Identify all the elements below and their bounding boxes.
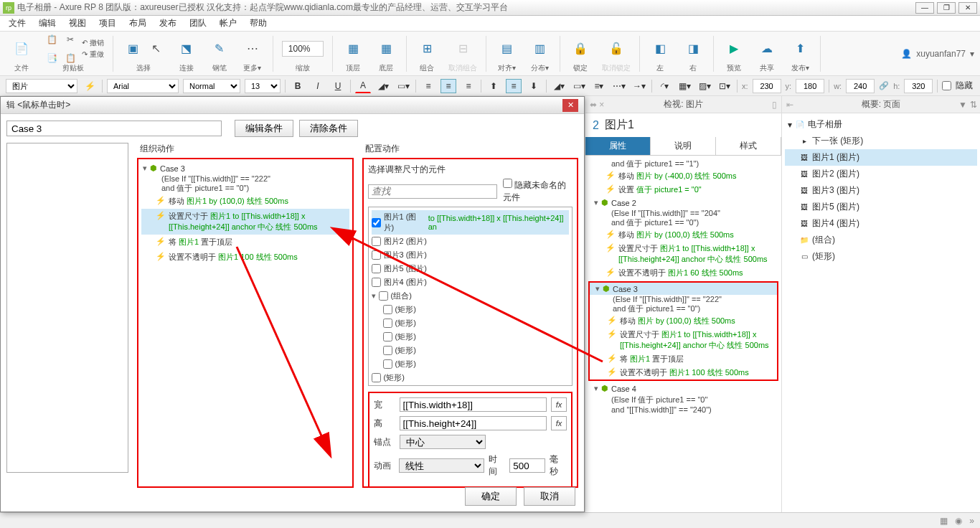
outline-item[interactable]: 🖼图片2 (图片): [785, 166, 977, 182]
element-list-item[interactable]: 图片1 (图片) to [[This.width+18]] x [[This.h…: [372, 210, 570, 235]
pointer-icon[interactable]: ↖: [148, 40, 165, 57]
tab-style[interactable]: 样式: [716, 137, 781, 155]
lock-icon[interactable]: 🔒: [569, 37, 592, 60]
element-list-item[interactable]: (矩形): [372, 316, 570, 330]
align-left-icon[interactable]: ◧: [649, 37, 672, 60]
line-style-button[interactable]: ⋯▾: [611, 79, 627, 93]
valign-top-button[interactable]: ⬆: [486, 79, 501, 93]
element-list-item[interactable]: (矩形): [372, 303, 570, 316]
ungroup-icon[interactable]: ⊟: [451, 37, 474, 60]
minimize-button[interactable]: —: [915, 2, 934, 14]
inspect-bolt[interactable]: ⚡将 图片1 置于顶层: [590, 352, 777, 366]
element-list-item[interactable]: (矩形): [372, 330, 570, 344]
action-item[interactable]: ⚡设置尺寸于 图片1 to [[This.width+18]] x [[This…: [141, 209, 349, 235]
line-width-button[interactable]: ≡▾: [591, 79, 607, 93]
width-fx-button[interactable]: fx: [551, 397, 567, 412]
case-name-input[interactable]: [6, 121, 222, 136]
align-icon[interactable]: ▤: [495, 37, 518, 60]
valign-middle-button[interactable]: ≡: [506, 79, 522, 93]
panel-menu-icon[interactable]: ▯: [772, 100, 777, 110]
send-back-icon[interactable]: ▦: [374, 37, 397, 60]
inspect-cond[interactable]: and 值于 picture1 == "0"): [588, 217, 778, 228]
inspect-bolt[interactable]: ⚡移动 图片 by (100,0) 线性 500ms: [590, 314, 777, 328]
w-input[interactable]: [846, 79, 875, 93]
search-input[interactable]: [368, 184, 497, 199]
edit-condition-button[interactable]: 编辑条件: [235, 120, 293, 137]
outline-item[interactable]: ▸下一张 (矩形): [785, 133, 977, 149]
inspect-bolt[interactable]: ⚡设置不透明于 图片1 60 线性 500ms: [588, 266, 778, 280]
inspect-bolt[interactable]: ⚡设置不透明于 图片1 100 线性 500ms: [590, 366, 777, 380]
hidden-checkbox[interactable]: [942, 81, 951, 90]
publish-icon[interactable]: ⬆: [788, 37, 811, 60]
action-item[interactable]: ⚡移动 图片1 by (100,0) 线性 500ms: [141, 194, 349, 209]
inspect-bolt[interactable]: ⚡设置尺寸于 图片1 to [[This.width+18]] x [[This…: [590, 328, 777, 352]
action-item[interactable]: ⚡设置不透明于 图片1 100 线性 500ms: [141, 250, 349, 265]
zoom-select[interactable]: 100%: [282, 41, 324, 57]
inspect-cond[interactable]: (Else If "[[This.width]]" == "222": [590, 295, 777, 303]
share-icon[interactable]: ☁: [755, 37, 778, 60]
valign-bottom-button[interactable]: ⬇: [526, 79, 542, 93]
distribute-icon[interactable]: ▥: [528, 37, 551, 60]
fill-button[interactable]: ◢▾: [551, 79, 567, 93]
inspect-cond[interactable]: and 值于 picture1 == "0"): [590, 303, 777, 314]
outline-item[interactable]: 🖼图片1 (图片): [785, 149, 977, 166]
element-list-item[interactable]: ▾ (组合): [372, 289, 570, 303]
anim-select[interactable]: 线性: [399, 458, 484, 473]
underline-button[interactable]: U: [330, 79, 346, 93]
hide-unnamed-checkbox[interactable]: [503, 179, 512, 188]
h-input[interactable]: [904, 79, 933, 93]
menu-帮助[interactable]: 帮助: [244, 16, 273, 31]
group-icon[interactable]: ⊞: [415, 37, 438, 60]
maximize-button[interactable]: ❐: [937, 2, 956, 14]
dialog-close-button[interactable]: ✕: [562, 99, 578, 112]
copy-icon[interactable]: 📑: [43, 50, 60, 67]
shadow-in-button[interactable]: ▨▾: [697, 79, 712, 93]
element-list-item[interactable]: 图片4 (图片): [372, 275, 570, 289]
inspect-cond[interactable]: and "[[This.width]]" == "240"): [588, 405, 778, 414]
element-list-item[interactable]: 图片3 (图片): [372, 248, 570, 262]
widget-type-select[interactable]: 图片: [6, 79, 77, 93]
select-icon[interactable]: ▣: [122, 37, 145, 60]
close-button[interactable]: ✕: [958, 2, 977, 14]
shadow-out-button[interactable]: ▦▾: [677, 79, 692, 93]
sort-icon[interactable]: ⇅: [970, 100, 977, 110]
height-input[interactable]: [400, 416, 547, 430]
inspect-cond[interactable]: (Else If "[[This.width]]" == "204": [588, 209, 778, 217]
font-color-button[interactable]: A: [355, 79, 371, 93]
inspect-bolt[interactable]: ⚡设置尺寸于 图片1 to [[This.width+18]] x [[This…: [588, 242, 778, 266]
user-menu[interactable]: 👤 xuyuanfan77 ▾: [901, 49, 974, 59]
dialog-titlebar[interactable]: 辑 <鼠标单击时> ✕: [1, 97, 584, 114]
pen-icon[interactable]: ✎: [208, 37, 231, 60]
outline-item[interactable]: 📁(组合): [785, 232, 977, 248]
inspect-bolt[interactable]: ⚡移动 图片 by (-400,0) 线性 500ms: [588, 169, 778, 183]
inspect-bolt[interactable]: ⚡移动 图片 by (100,0) 线性 500ms: [588, 228, 778, 242]
x-input[interactable]: [753, 79, 781, 93]
connect-icon[interactable]: ⬔: [175, 37, 198, 60]
inspect-cond[interactable]: (Else If 值于 picture1 == "0": [588, 395, 778, 405]
element-list-item[interactable]: (矩形): [372, 344, 570, 357]
outline-item[interactable]: 🖼图片5 (图片): [785, 199, 977, 215]
view-icon[interactable]: ▦: [940, 516, 948, 526]
outline-item[interactable]: ▾📄电子相册: [785, 116, 977, 133]
undo-label[interactable]: ↶ 撤销: [82, 38, 104, 48]
menu-文件[interactable]: 文件: [3, 16, 32, 31]
italic-button[interactable]: I: [310, 79, 326, 93]
menu-布局[interactable]: 布局: [123, 16, 152, 31]
menu-团队[interactable]: 团队: [184, 16, 212, 31]
element-list[interactable]: 图片1 (图片) to [[This.width+18]] x [[This.h…: [368, 207, 573, 386]
view-icon-2[interactable]: ◉: [955, 516, 962, 526]
padding-button[interactable]: ⊡▾: [717, 79, 732, 93]
menu-发布[interactable]: 发布: [154, 16, 182, 31]
inspect-case[interactable]: ▾⬢Case 3: [590, 283, 777, 295]
bring-front-icon[interactable]: ▦: [341, 37, 364, 60]
unlock-icon[interactable]: 🔓: [605, 37, 628, 60]
element-list-item[interactable]: (矩形): [372, 357, 570, 371]
scissors-icon[interactable]: ✂: [62, 31, 79, 48]
border-color-button[interactable]: ▭▾: [395, 79, 411, 93]
y-input[interactable]: [796, 79, 824, 93]
inspect-case[interactable]: ▾⬢Case 4: [588, 382, 778, 395]
preview-icon[interactable]: ▶: [722, 37, 745, 60]
font-weight-select[interactable]: Normal: [183, 79, 240, 93]
menu-项目[interactable]: 项目: [93, 16, 122, 31]
action-item[interactable]: ⚡将 图片1 置于顶层: [141, 235, 349, 250]
